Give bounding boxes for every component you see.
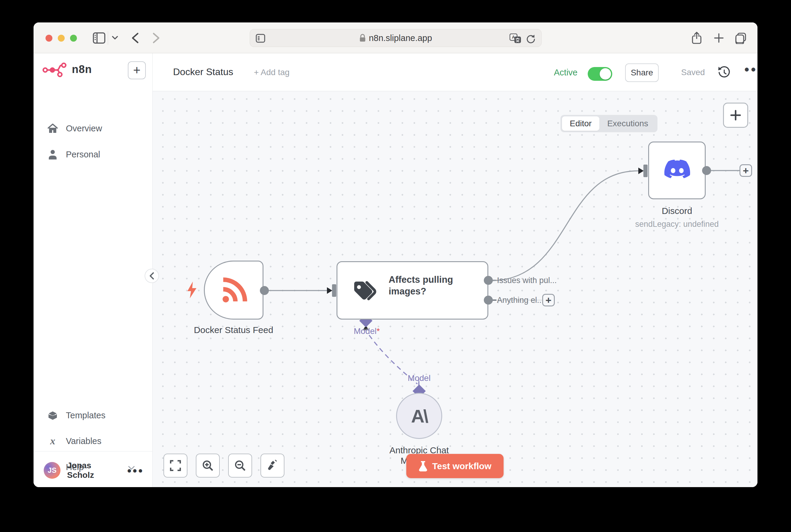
test-workflow-label: Test workflow — [432, 461, 492, 471]
node-label: Docker Status Feed — [174, 325, 293, 335]
rss-icon — [220, 276, 249, 305]
close-window-button[interactable] — [45, 35, 52, 42]
sidebar-item-label: Personal — [66, 150, 100, 159]
output-label-anything: Anything el... — [497, 296, 544, 305]
more-options-button[interactable]: ●●● — [744, 64, 757, 74]
share-button-label: Share — [631, 68, 653, 77]
anthropic-icon: A\ — [396, 393, 442, 439]
discord-output-port[interactable] — [702, 166, 711, 175]
sidebar-item-label: Variables — [66, 436, 102, 446]
sidebar-item-overview[interactable]: Overview — [34, 118, 153, 138]
n8n-logo-icon — [42, 62, 67, 77]
screen: n8n.sliplane.app A — [0, 0, 791, 532]
tags-icon — [353, 281, 377, 302]
model-port-label: Model* — [341, 326, 392, 336]
saved-status: Saved — [681, 68, 705, 77]
sidebar-divider — [34, 451, 153, 452]
active-label: Active — [554, 68, 577, 77]
sidebar-item-variables[interactable]: x Variables — [34, 431, 153, 451]
model-edge-label: Model — [398, 374, 440, 383]
user-options-icon[interactable]: ●●● — [127, 466, 146, 475]
minimize-window-button[interactable] — [58, 35, 65, 42]
forward-button[interactable] — [152, 32, 160, 44]
add-node-button[interactable] — [723, 102, 748, 128]
tab-editor-label: Editor — [570, 119, 592, 128]
home-icon — [47, 123, 58, 133]
node-label: Discord — [632, 206, 722, 216]
sidebar-item-templates[interactable]: Templates — [34, 405, 153, 425]
flask-icon — [419, 461, 427, 472]
workflow-title[interactable]: Docker Status — [173, 66, 233, 77]
classifier-output-port-1[interactable] — [484, 276, 493, 285]
reader-view-icon[interactable] — [255, 34, 265, 43]
share-button[interactable]: Share — [625, 63, 659, 82]
browser-toolbar: n8n.sliplane.app A — [34, 22, 757, 53]
zoom-in-button[interactable] — [196, 454, 220, 477]
history-button[interactable] — [717, 65, 731, 81]
n8n-logo[interactable]: n8n — [42, 62, 92, 77]
zoom-to-fit-button[interactable] — [164, 454, 187, 477]
node-discord[interactable] — [648, 141, 706, 199]
share-page-icon[interactable] — [692, 32, 702, 44]
n8n-logo-text: n8n — [72, 63, 92, 76]
box-icon — [47, 411, 58, 420]
feed-output-port[interactable] — [260, 286, 269, 295]
lock-icon — [359, 34, 366, 42]
active-toggle[interactable] — [588, 67, 612, 81]
tab-executions-label: Executions — [607, 119, 648, 128]
sidebar-item-label: Overview — [66, 124, 102, 133]
required-mark: * — [376, 326, 380, 336]
person-icon — [47, 149, 58, 159]
sidebar-collapse-handle[interactable] — [145, 269, 159, 283]
zoom-window-button[interactable] — [70, 35, 77, 42]
translate-icon[interactable]: A — [510, 34, 521, 44]
toolbar-separator — [108, 31, 108, 45]
sidebar-toggle-icon[interactable] — [93, 32, 105, 44]
sidebar-item-personal[interactable]: Personal — [34, 145, 153, 164]
avatar: JS — [44, 462, 60, 479]
url-text-group: n8n.sliplane.app — [359, 33, 432, 43]
workflow-header: Docker Status + Add tag Active Share Sav… — [153, 53, 757, 91]
trigger-bolt-icon — [186, 281, 198, 300]
app-sidebar: n8n + Overview Personal Templates — [34, 53, 153, 487]
url-text: n8n.sliplane.app — [369, 33, 432, 43]
new-tab-icon[interactable] — [714, 33, 724, 43]
variable-x-icon: x — [47, 436, 58, 446]
tidy-up-button[interactable] — [260, 454, 284, 477]
test-workflow-button[interactable]: Test workflow — [406, 454, 503, 478]
add-node-button-discord[interactable]: + — [739, 164, 752, 177]
new-workflow-button[interactable]: + — [128, 61, 146, 79]
add-node-button-anything[interactable]: + — [542, 294, 555, 306]
editor-tabs: Editor Executions — [560, 115, 658, 132]
workflow-canvas[interactable]: Docker Status Feed Affects pulling image… — [153, 91, 757, 487]
model-port-text: Model — [354, 326, 376, 336]
sidebar-item-label: Templates — [66, 411, 105, 420]
node-title: Affects pulling images? — [389, 274, 484, 297]
add-tag-button[interactable]: + Add tag — [254, 68, 290, 77]
classifier-output-port-2[interactable] — [484, 296, 493, 305]
reload-icon[interactable] — [526, 34, 535, 43]
chevron-left-icon — [149, 272, 154, 280]
node-docker-status-feed[interactable] — [204, 261, 263, 320]
user-menu[interactable]: JS Jonas Scholz ●●● — [44, 461, 146, 480]
url-field[interactable]: n8n.sliplane.app A — [250, 29, 541, 47]
chevron-down-icon[interactable] — [112, 36, 118, 40]
back-button[interactable] — [131, 32, 139, 44]
browser-window: n8n.sliplane.app A — [34, 22, 757, 487]
tab-overview-icon[interactable] — [735, 32, 747, 44]
zoom-out-button[interactable] — [228, 454, 252, 477]
tab-editor[interactable]: Editor — [562, 116, 600, 131]
tab-executions[interactable]: Executions — [600, 116, 656, 131]
user-name: Jonas Scholz — [67, 461, 121, 480]
output-label-issues: Issues with pul... — [497, 276, 557, 285]
node-sublabel: sendLegacy: undefined — [617, 220, 737, 229]
toggle-knob — [600, 68, 611, 80]
discord-icon — [663, 159, 691, 181]
